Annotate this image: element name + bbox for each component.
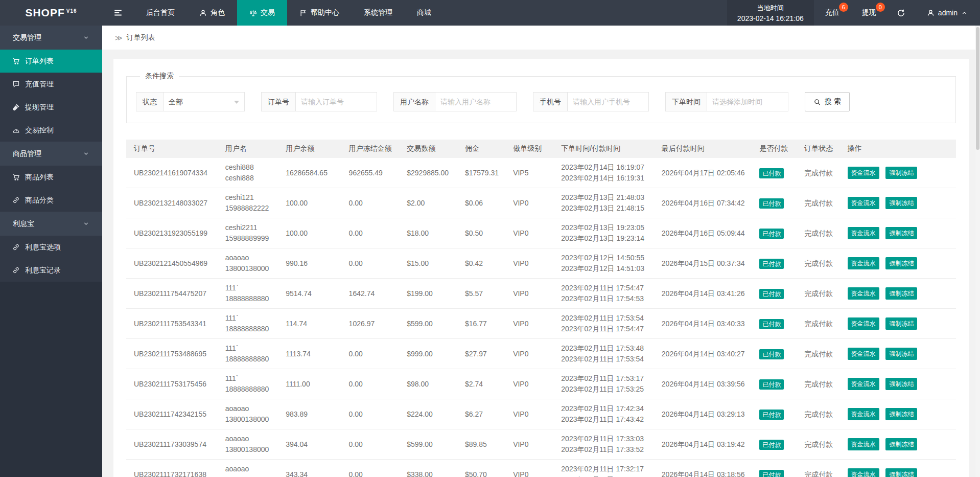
scrollbar-thumb[interactable] (976, 27, 979, 150)
force-freeze-button[interactable]: 强制冻结 (885, 227, 917, 239)
order-no-cell: UB2302131923055199 (126, 218, 218, 248)
recharge-link[interactable]: 充值 6 (814, 0, 851, 26)
fund-flow-button[interactable]: 资金流水 (848, 227, 879, 239)
order-time-cell: 2023年02月13日 21:48:03 2023年02月13日 21:48:1… (553, 188, 654, 218)
search-legend: 条件搜索 (140, 72, 179, 81)
force-freeze-button[interactable]: 强制冻结 (885, 287, 917, 300)
breadcrumb-icon: ≫ (115, 34, 123, 42)
force-freeze-button[interactable]: 强制冻结 (885, 257, 917, 269)
frozen-cell: 962655.49 (341, 158, 400, 188)
topnav-item-system[interactable]: 系统管理 (352, 0, 405, 26)
order-time-cell: 2023年02月11日 17:54:47 2023年02月11日 17:54:5… (553, 279, 654, 309)
status-cell: 完成付款 (797, 460, 839, 477)
col-amount: 交易数额 (399, 140, 457, 158)
sidebar-group-goods[interactable]: 商品管理 (0, 142, 102, 166)
sidebar-item-lixibao-records[interactable]: 利息宝记录 (0, 259, 102, 282)
actions-cell: 资金流水 强制冻结 (840, 188, 956, 218)
frozen-cell: 1026.97 (341, 309, 400, 339)
phone-input[interactable] (568, 93, 648, 111)
topnav-item-home[interactable]: 后台首页 (134, 0, 187, 26)
force-freeze-button[interactable]: 强制冻结 (885, 438, 917, 450)
force-freeze-button[interactable]: 强制冻结 (885, 348, 917, 360)
order-no-input[interactable] (296, 93, 377, 111)
topnav-item-mall[interactable]: 商城 (405, 0, 444, 26)
app-logo[interactable]: SHOPFV16 (0, 0, 102, 26)
withdraw-link[interactable]: 提现 0 (851, 0, 888, 26)
fund-flow-button[interactable]: 资金流水 (848, 287, 879, 300)
refresh-icon (897, 9, 905, 17)
frozen-cell: 0.00 (341, 248, 400, 279)
frozen-cell: 0.00 (341, 218, 400, 248)
username-cell: ceshi888 ceshi888 (218, 158, 278, 188)
frozen-cell: 0.00 (341, 460, 400, 477)
fund-flow-button[interactable]: 资金流水 (848, 438, 879, 450)
balance-cell: 100.00 (278, 218, 341, 248)
fund-flow-button[interactable]: 资金流水 (848, 167, 879, 179)
fund-flow-button[interactable]: 资金流水 (848, 257, 879, 269)
sidebar-item-goods-category[interactable]: 商品分类 (0, 189, 102, 212)
order-time-cell: 2023年02月11日 17:53:17 2023年02月11日 17:53:2… (553, 369, 654, 399)
username-cell: aoaoao 13800138000 (218, 248, 278, 279)
order-no-cell: UB2302111753175456 (126, 369, 218, 399)
topnav-item-roles[interactable]: 角色 (187, 0, 237, 26)
sidebar-group-lixibao[interactable]: 利息宝 (0, 212, 102, 236)
force-freeze-button[interactable]: 强制冻结 (885, 317, 917, 330)
filter-row: 状态 全部 订单号 用户名称 手机号 (136, 92, 946, 111)
orders-table: 订单号 用户名 用户余额 用户冻结金额 交易数额 佣金 做单级别 下单时间/付款… (126, 140, 956, 477)
balance-cell: 394.04 (278, 429, 341, 460)
sidebar-item-lixibao-options[interactable]: 利息宝选项 (0, 236, 102, 259)
paid-cell: 已付款 (752, 399, 797, 429)
sidebar-collapse-button[interactable] (102, 0, 134, 26)
status-filter-group: 状态 全部 (136, 92, 245, 111)
brand-version: V16 (66, 8, 77, 14)
commission-cell: $50.70 (457, 460, 505, 477)
commission-cell: $6.27 (457, 399, 505, 429)
link-icon (12, 243, 20, 251)
force-freeze-button[interactable]: 强制冻结 (885, 197, 917, 209)
level-cell: VIP0 (505, 429, 553, 460)
fund-flow-button[interactable]: 资金流水 (848, 408, 879, 420)
username-input[interactable] (435, 93, 516, 111)
sidebar-item-recharge[interactable]: 充值管理 (0, 73, 102, 96)
actions-cell: 资金流水 强制冻结 (840, 429, 956, 460)
table-body: UB2302141619074334 ceshi888 ceshi888 162… (126, 158, 956, 477)
last-pay-time-cell: 2026年04月14日 03:29:13 (654, 399, 752, 429)
sidebar-item-trade-control[interactable]: 交易控制 (0, 119, 102, 142)
username-cell: aoaoao 13800138000 (218, 429, 278, 460)
paid-badge: 已付款 (759, 319, 784, 329)
topnav-item-help[interactable]: 帮助中心 (287, 0, 352, 26)
admin-menu[interactable]: admin (915, 0, 980, 26)
level-cell: VIP5 (505, 158, 553, 188)
col-username: 用户名 (218, 140, 278, 158)
force-freeze-button[interactable]: 强制冻结 (885, 408, 917, 420)
fund-flow-button[interactable]: 资金流水 (848, 197, 879, 209)
search-button[interactable]: 搜 索 (805, 92, 850, 111)
force-freeze-button[interactable]: 强制冻结 (885, 468, 917, 477)
last-pay-time-cell: 2026年04月14日 03:39:56 (654, 369, 752, 399)
sidebar-item-order-list[interactable]: 订单列表 (0, 50, 102, 73)
sidebar-item-withdraw[interactable]: 提现管理 (0, 96, 102, 119)
fund-flow-button[interactable]: 资金流水 (848, 468, 879, 477)
actions-cell: 资金流水 强制冻结 (840, 158, 956, 188)
fund-flow-button[interactable]: 资金流水 (848, 378, 879, 390)
force-freeze-button[interactable]: 强制冻结 (885, 167, 917, 179)
status-select[interactable]: 全部 (164, 93, 244, 111)
status-label: 状态 (136, 93, 164, 111)
main-content: ≫ 订单列表 条件搜索 状态 全部 订单号 用户名称 (102, 26, 980, 477)
refresh-button[interactable] (888, 0, 915, 26)
sidebar-item-goods-list[interactable]: 商品列表 (0, 166, 102, 189)
page-scrollbar[interactable] (975, 26, 980, 477)
actions-cell: 资金流水 强制冻结 (840, 339, 956, 369)
fund-flow-button[interactable]: 资金流水 (848, 317, 879, 330)
level-cell: VIP0 (505, 248, 553, 279)
page-title: 订单列表 (127, 33, 155, 42)
topnav-item-trade[interactable]: 交易 (237, 0, 287, 26)
paid-badge: 已付款 (759, 349, 784, 359)
username-filter-group: 用户名称 (393, 92, 517, 111)
content-card: 条件搜索 状态 全部 订单号 用户名称 手 (113, 59, 969, 477)
fund-flow-button[interactable]: 资金流水 (848, 348, 879, 360)
force-freeze-button[interactable]: 强制冻结 (885, 378, 917, 390)
sidebar-group-trade[interactable]: 交易管理 (0, 26, 102, 50)
order-time-input[interactable] (707, 93, 788, 111)
topbar-right: 当地时间 2023-02-14 16:21:06 充值 6 提现 0 admin (727, 0, 980, 26)
